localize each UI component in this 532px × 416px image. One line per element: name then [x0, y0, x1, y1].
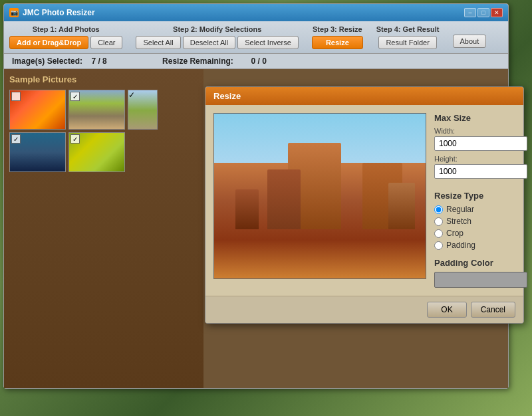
resize-remaining-value: 0 / 0: [251, 56, 266, 66]
title-bar: 📷 JMC Photo Resizer – □ ✕: [4, 4, 508, 21]
radio-stretch[interactable]: [434, 217, 443, 226]
step2-buttons: Select All Deselect All Select Inverse: [136, 36, 298, 49]
select-inverse-button[interactable]: Select Inverse: [237, 36, 299, 49]
radio-padding[interactable]: [434, 241, 443, 250]
resize-type-radio-group: Regular Stretch Crop Padding: [434, 205, 527, 250]
step4-buttons: Result Folder: [378, 36, 436, 49]
status-bar: Image(s) Selected: 7 / 8 Resize Remainin…: [4, 54, 508, 69]
height-input[interactable]: [434, 164, 527, 179]
resize-modal: Resize Max Size Width:: [205, 86, 524, 324]
resize-remaining-label: Resize Remaining: 0 / 0: [134, 56, 267, 66]
left-butte: [267, 169, 301, 229]
radio-regular[interactable]: [434, 205, 443, 214]
title-bar-left: 📷 JMC Photo Resizer: [9, 8, 95, 17]
resize-type-section: Resize Type Regular Stretch Crop: [434, 191, 527, 250]
photo-thumb-3-partial[interactable]: ✓: [128, 90, 158, 130]
photo-thumb-3-inner: ✓: [128, 90, 158, 130]
step1-group: Step 1: Add Photos Add or Drag&Drop Clea…: [9, 25, 122, 49]
modal-title-bar: Resize: [205, 87, 523, 105]
settings-panel: Max Size Width: Height: Resize Type Regu…: [434, 113, 527, 288]
padding-color-section: Padding Color: [434, 258, 527, 288]
padding-label: Padding: [446, 241, 475, 250]
images-selected-value: 7 / 8: [91, 56, 106, 66]
modal-footer: OK Cancel: [205, 296, 523, 323]
checkbox-2[interactable]: ✓: [70, 92, 80, 101]
resize-type-crop[interactable]: Crop: [434, 229, 527, 238]
step3-group: Step 3: Resize Resize: [312, 25, 363, 49]
photo-grid: ✓ ✓ ✓ ✓: [9, 90, 198, 172]
step3-buttons: Resize: [312, 36, 363, 49]
width-input[interactable]: [434, 136, 527, 151]
photo-thumb-5[interactable]: ✓: [68, 132, 125, 172]
resize-type-title: Resize Type: [434, 191, 527, 201]
step3-label: Step 3: Resize: [313, 25, 362, 33]
step2-label: Step 2: Modify Selections: [173, 25, 261, 33]
step4-label: Step 4: Get Result: [376, 25, 440, 33]
preview-area: [213, 113, 426, 288]
resize-type-stretch[interactable]: Stretch: [434, 217, 527, 226]
cancel-button[interactable]: Cancel: [471, 302, 515, 318]
photo-thumb-4[interactable]: ✓: [9, 132, 66, 172]
select-all-button[interactable]: Select All: [136, 36, 180, 49]
deselect-all-button[interactable]: Deselect All: [183, 36, 235, 49]
photo-panel: Sample Pictures ✓ ✓ ✓: [4, 69, 203, 388]
step1-label: Step 1: Add Photos: [33, 25, 100, 33]
images-selected-label: Image(s) Selected: 7 / 8: [12, 56, 107, 66]
padding-color-title: Padding Color: [434, 258, 527, 268]
checkbox-3[interactable]: ✓: [128, 90, 158, 100]
about-button[interactable]: About: [453, 35, 487, 48]
photo-thumb-1[interactable]: [9, 90, 66, 130]
toolbar: Step 1: Add Photos Add or Drag&Drop Clea…: [4, 21, 508, 54]
stretch-label: Stretch: [446, 217, 471, 226]
width-label: Width:: [434, 127, 527, 135]
resize-type-regular[interactable]: Regular: [434, 205, 527, 214]
resize-button[interactable]: Resize: [312, 36, 363, 49]
checkbox-1[interactable]: [11, 92, 21, 101]
app-icon: 📷: [9, 8, 19, 17]
close-button[interactable]: ✕: [491, 8, 503, 17]
height-label: Height:: [434, 155, 527, 163]
far-left-butte: [235, 189, 259, 229]
window-controls: – □ ✕: [464, 8, 503, 17]
max-size-section: Max Size Width: Height:: [434, 113, 527, 183]
modal-title: Resize: [213, 91, 241, 101]
step2-group: Step 2: Modify Selections Select All Des…: [136, 25, 298, 49]
minimize-button[interactable]: –: [464, 8, 476, 17]
add-drag-button[interactable]: Add or Drag&Drop: [9, 36, 88, 49]
checkbox-4[interactable]: ✓: [11, 134, 21, 144]
regular-label: Regular: [446, 205, 474, 214]
maximize-button[interactable]: □: [477, 8, 489, 17]
max-size-title: Max Size: [434, 113, 527, 123]
radio-crop[interactable]: [434, 229, 443, 238]
modal-body: Max Size Width: Height: Resize Type Regu…: [205, 105, 523, 296]
padding-color-box[interactable]: [434, 272, 527, 288]
clear-button[interactable]: Clear: [90, 36, 122, 49]
result-folder-button[interactable]: Result Folder: [378, 36, 436, 49]
app-title: JMC Photo Resizer: [23, 8, 95, 17]
panel-title: Sample Pictures: [9, 74, 198, 84]
photo-thumb-2[interactable]: ✓: [68, 90, 125, 130]
crop-label: Crop: [446, 229, 464, 238]
step4-group: Step 4: Get Result Result Folder: [376, 25, 440, 49]
preview-image: [213, 113, 426, 279]
resize-type-padding[interactable]: Padding: [434, 241, 527, 250]
checkbox-5[interactable]: ✓: [70, 134, 80, 144]
far-right-butte: [388, 183, 415, 229]
step1-buttons: Add or Drag&Drop Clear: [9, 36, 122, 49]
ok-button[interactable]: OK: [427, 302, 466, 318]
